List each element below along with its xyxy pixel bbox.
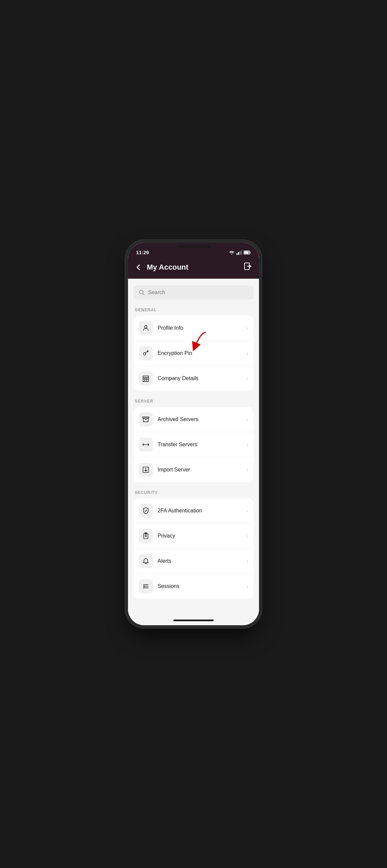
import-server-chevron: › <box>246 466 248 473</box>
alerts-icon-container <box>139 554 153 568</box>
2fa-auth-chevron: › <box>246 507 248 515</box>
archive-icon <box>142 416 149 423</box>
home-indicator <box>128 617 259 625</box>
checklist-icon <box>142 583 149 590</box>
import-server-label: Import Server <box>157 467 246 473</box>
status-time: 11:29 <box>136 249 149 255</box>
transfer-servers-label: Transfer Servers <box>157 441 246 447</box>
svg-point-11 <box>145 326 147 328</box>
2fa-auth-icon-container <box>139 504 153 518</box>
svg-rect-6 <box>244 251 249 253</box>
menu-item-profile-info[interactable]: Profile Info › <box>133 316 254 341</box>
logout-button[interactable] <box>243 262 252 273</box>
section-label-security: SECURITY <box>135 490 254 495</box>
status-bar: 11:29 <box>128 247 259 257</box>
archived-servers-label: Archived Servers <box>157 416 246 423</box>
import-server-icon-container <box>139 463 153 477</box>
svg-rect-0 <box>237 253 238 255</box>
svg-rect-3 <box>241 250 242 255</box>
page-title: My Account <box>147 263 243 272</box>
company-details-label: Company Details <box>157 375 246 381</box>
bell-icon <box>142 557 149 565</box>
search-input[interactable] <box>148 289 248 296</box>
profile-info-label: Profile Info <box>157 325 246 331</box>
encryption-pin-label: Encryption Pin <box>157 350 246 356</box>
transfer-servers-icon-container <box>139 437 153 452</box>
privacy-icon-container <box>139 529 153 543</box>
svg-point-13 <box>144 352 146 355</box>
status-icons <box>229 250 251 255</box>
general-menu-list: Profile Info › <box>133 316 254 391</box>
section-label-general: GENERAL <box>135 308 254 312</box>
svg-rect-5 <box>250 251 250 253</box>
menu-item-sessions[interactable]: Sessions › <box>133 574 254 599</box>
alerts-label: Alerts <box>157 558 246 564</box>
alerts-chevron: › <box>246 558 248 565</box>
menu-item-transfer-servers[interactable]: Transfer Servers › <box>133 432 254 457</box>
profile-info-chevron: › <box>246 325 248 332</box>
company-details-chevron: › <box>246 375 248 382</box>
clipboard-icon <box>142 532 149 539</box>
transfer-servers-chevron: › <box>246 441 248 448</box>
encryption-pin-chevron: › <box>246 350 248 357</box>
sessions-chevron: › <box>246 583 248 590</box>
svg-rect-2 <box>240 251 241 255</box>
menu-item-privacy[interactable]: Privacy › <box>133 524 254 549</box>
profile-info-icon-container <box>139 321 153 335</box>
svg-line-10 <box>143 293 144 295</box>
battery-icon <box>243 250 251 254</box>
building-icon <box>142 375 149 382</box>
encryption-pin-icon-container <box>139 346 153 360</box>
menu-item-encryption-pin[interactable]: Encryption Pin › <box>133 341 254 366</box>
shield-icon <box>142 507 149 515</box>
menu-item-2fa-auth[interactable]: 2FA Authentication › <box>133 498 254 524</box>
notch-area <box>128 243 259 247</box>
back-button[interactable] <box>135 264 142 271</box>
section-label-server: SERVER <box>135 399 254 404</box>
security-menu-list: 2FA Authentication › Privacy › <box>133 498 254 599</box>
phone-frame: 11:29 <box>128 243 259 625</box>
menu-item-company-details[interactable]: Company Details › <box>133 366 254 391</box>
menu-item-alerts[interactable]: Alerts › <box>133 549 254 574</box>
app-header: My Account <box>128 257 259 279</box>
sessions-icon-container <box>139 579 153 593</box>
2fa-auth-label: 2FA Authentication <box>157 508 246 514</box>
privacy-chevron: › <box>246 532 248 539</box>
phone-inner: 11:29 <box>128 243 259 625</box>
svg-rect-14 <box>143 376 149 382</box>
company-details-icon-container <box>139 371 153 385</box>
wifi-icon <box>229 250 235 255</box>
import-icon <box>142 466 149 473</box>
server-menu-list: Archived Servers › Transfer Servers › <box>133 407 254 482</box>
home-bar <box>173 620 214 621</box>
svg-rect-1 <box>238 252 239 255</box>
menu-item-import-server[interactable]: Import Server › <box>133 457 254 482</box>
search-bar[interactable] <box>133 285 254 300</box>
sessions-label: Sessions <box>157 583 246 589</box>
archived-servers-chevron: › <box>246 416 248 423</box>
search-icon <box>139 289 145 296</box>
profile-icon <box>142 324 149 332</box>
content-area: GENERAL Profile Info › <box>128 279 259 617</box>
archived-servers-icon-container <box>139 412 153 427</box>
privacy-label: Privacy <box>157 533 246 539</box>
menu-item-archived-servers[interactable]: Archived Servers › <box>133 407 254 432</box>
key-icon <box>142 349 149 357</box>
signal-icon <box>237 250 242 255</box>
svg-rect-20 <box>144 418 148 422</box>
transfer-icon <box>142 441 149 448</box>
